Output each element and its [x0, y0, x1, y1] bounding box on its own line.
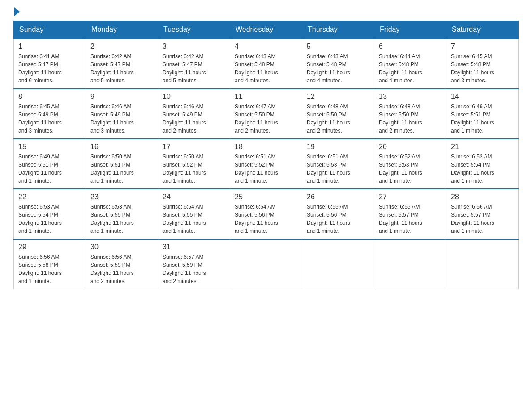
- calendar-week-row: 29Sunrise: 6:56 AMSunset: 5:58 PMDayligh…: [14, 239, 519, 289]
- day-number: 2: [90, 43, 153, 51]
- calendar-cell: 9Sunrise: 6:46 AMSunset: 5:49 PMDaylight…: [86, 89, 158, 139]
- col-header-thursday: Thursday: [302, 21, 374, 39]
- calendar-cell: 18Sunrise: 6:51 AMSunset: 5:52 PMDayligh…: [230, 139, 302, 189]
- day-info: Sunrise: 6:44 AMSunset: 5:48 PMDaylight:…: [379, 52, 442, 85]
- day-number: 14: [451, 93, 514, 101]
- day-number: 17: [163, 143, 225, 151]
- day-info: Sunrise: 6:51 AMSunset: 5:52 PMDaylight:…: [235, 153, 297, 185]
- calendar-cell: [374, 239, 446, 289]
- calendar-cell: 30Sunrise: 6:56 AMSunset: 5:59 PMDayligh…: [86, 239, 158, 289]
- day-number: 21: [451, 143, 514, 151]
- calendar-cell: 13Sunrise: 6:48 AMSunset: 5:50 PMDayligh…: [374, 89, 446, 139]
- calendar-cell: 5Sunrise: 6:43 AMSunset: 5:48 PMDaylight…: [302, 39, 374, 89]
- day-info: Sunrise: 6:49 AMSunset: 5:51 PMDaylight:…: [451, 103, 514, 135]
- calendar-cell: 1Sunrise: 6:41 AMSunset: 5:47 PMDaylight…: [14, 39, 86, 89]
- calendar-cell: [446, 239, 519, 289]
- logo: [13, 9, 20, 16]
- calendar-cell: 26Sunrise: 6:55 AMSunset: 5:56 PMDayligh…: [302, 189, 374, 239]
- day-info: Sunrise: 6:51 AMSunset: 5:53 PMDaylight:…: [307, 153, 369, 185]
- day-info: Sunrise: 6:53 AMSunset: 5:54 PMDaylight:…: [18, 203, 81, 235]
- day-number: 24: [163, 193, 225, 201]
- day-info: Sunrise: 6:48 AMSunset: 5:50 PMDaylight:…: [379, 103, 442, 135]
- page-header: [13, 9, 519, 16]
- day-info: Sunrise: 6:45 AMSunset: 5:49 PMDaylight:…: [18, 103, 81, 135]
- calendar-cell: 2Sunrise: 6:42 AMSunset: 5:47 PMDaylight…: [86, 39, 158, 89]
- day-number: 23: [90, 193, 153, 201]
- day-number: 3: [163, 43, 225, 51]
- calendar-cell: 31Sunrise: 6:57 AMSunset: 5:59 PMDayligh…: [158, 239, 230, 289]
- day-info: Sunrise: 6:46 AMSunset: 5:49 PMDaylight:…: [163, 103, 225, 135]
- calendar-cell: 17Sunrise: 6:50 AMSunset: 5:52 PMDayligh…: [158, 139, 230, 189]
- calendar-week-row: 22Sunrise: 6:53 AMSunset: 5:54 PMDayligh…: [14, 189, 519, 239]
- calendar-cell: [230, 239, 302, 289]
- calendar-cell: 20Sunrise: 6:52 AMSunset: 5:53 PMDayligh…: [374, 139, 446, 189]
- calendar-cell: 3Sunrise: 6:42 AMSunset: 5:47 PMDaylight…: [158, 39, 230, 89]
- day-info: Sunrise: 6:50 AMSunset: 5:51 PMDaylight:…: [90, 153, 153, 185]
- day-info: Sunrise: 6:48 AMSunset: 5:50 PMDaylight:…: [307, 103, 369, 135]
- col-header-saturday: Saturday: [446, 21, 519, 39]
- day-info: Sunrise: 6:55 AMSunset: 5:57 PMDaylight:…: [379, 203, 442, 235]
- calendar-cell: 8Sunrise: 6:45 AMSunset: 5:49 PMDaylight…: [14, 89, 86, 139]
- day-info: Sunrise: 6:56 AMSunset: 5:58 PMDaylight:…: [18, 253, 81, 285]
- day-info: Sunrise: 6:42 AMSunset: 5:47 PMDaylight:…: [163, 52, 225, 85]
- calendar-cell: [302, 239, 374, 289]
- day-number: 12: [307, 93, 369, 101]
- day-info: Sunrise: 6:43 AMSunset: 5:48 PMDaylight:…: [235, 52, 297, 85]
- day-number: 8: [18, 93, 81, 101]
- day-info: Sunrise: 6:53 AMSunset: 5:55 PMDaylight:…: [90, 203, 153, 235]
- calendar-cell: 15Sunrise: 6:49 AMSunset: 5:51 PMDayligh…: [14, 139, 86, 189]
- day-number: 7: [451, 43, 514, 51]
- calendar-cell: 21Sunrise: 6:53 AMSunset: 5:54 PMDayligh…: [446, 139, 519, 189]
- day-number: 22: [18, 193, 81, 201]
- day-info: Sunrise: 6:42 AMSunset: 5:47 PMDaylight:…: [90, 52, 153, 85]
- calendar-cell: 24Sunrise: 6:54 AMSunset: 5:55 PMDayligh…: [158, 189, 230, 239]
- day-info: Sunrise: 6:43 AMSunset: 5:48 PMDaylight:…: [307, 52, 369, 85]
- day-info: Sunrise: 6:56 AMSunset: 5:57 PMDaylight:…: [451, 203, 514, 235]
- calendar-week-row: 1Sunrise: 6:41 AMSunset: 5:47 PMDaylight…: [14, 39, 519, 89]
- day-number: 27: [379, 193, 442, 201]
- day-number: 30: [90, 243, 153, 251]
- day-number: 13: [379, 93, 442, 101]
- logo-blue-part: [13, 9, 20, 16]
- day-number: 19: [307, 143, 369, 151]
- calendar-week-row: 15Sunrise: 6:49 AMSunset: 5:51 PMDayligh…: [14, 139, 519, 189]
- col-header-wednesday: Wednesday: [230, 21, 302, 39]
- calendar-cell: 29Sunrise: 6:56 AMSunset: 5:58 PMDayligh…: [14, 239, 86, 289]
- day-info: Sunrise: 6:50 AMSunset: 5:52 PMDaylight:…: [163, 153, 225, 185]
- calendar-cell: 10Sunrise: 6:46 AMSunset: 5:49 PMDayligh…: [158, 89, 230, 139]
- calendar-cell: 28Sunrise: 6:56 AMSunset: 5:57 PMDayligh…: [446, 189, 519, 239]
- day-info: Sunrise: 6:46 AMSunset: 5:49 PMDaylight:…: [90, 103, 153, 135]
- day-info: Sunrise: 6:57 AMSunset: 5:59 PMDaylight:…: [163, 253, 225, 285]
- day-number: 9: [90, 93, 153, 101]
- day-info: Sunrise: 6:53 AMSunset: 5:54 PMDaylight:…: [451, 153, 514, 185]
- calendar-cell: 25Sunrise: 6:54 AMSunset: 5:56 PMDayligh…: [230, 189, 302, 239]
- day-number: 28: [451, 193, 514, 201]
- calendar-cell: 27Sunrise: 6:55 AMSunset: 5:57 PMDayligh…: [374, 189, 446, 239]
- calendar-cell: 4Sunrise: 6:43 AMSunset: 5:48 PMDaylight…: [230, 39, 302, 89]
- day-number: 26: [307, 193, 369, 201]
- calendar-header-row: SundayMondayTuesdayWednesdayThursdayFrid…: [14, 21, 519, 39]
- day-info: Sunrise: 6:49 AMSunset: 5:51 PMDaylight:…: [18, 153, 81, 185]
- day-number: 20: [379, 143, 442, 151]
- day-info: Sunrise: 6:55 AMSunset: 5:56 PMDaylight:…: [307, 203, 369, 235]
- day-number: 18: [235, 143, 297, 151]
- day-number: 15: [18, 143, 81, 151]
- day-number: 6: [379, 43, 442, 51]
- calendar-cell: 6Sunrise: 6:44 AMSunset: 5:48 PMDaylight…: [374, 39, 446, 89]
- day-number: 25: [235, 193, 297, 201]
- calendar-cell: 7Sunrise: 6:45 AMSunset: 5:48 PMDaylight…: [446, 39, 519, 89]
- calendar-cell: 11Sunrise: 6:47 AMSunset: 5:50 PMDayligh…: [230, 89, 302, 139]
- calendar-cell: 23Sunrise: 6:53 AMSunset: 5:55 PMDayligh…: [86, 189, 158, 239]
- day-number: 10: [163, 93, 225, 101]
- day-info: Sunrise: 6:52 AMSunset: 5:53 PMDaylight:…: [379, 153, 442, 185]
- col-header-friday: Friday: [374, 21, 446, 39]
- day-info: Sunrise: 6:54 AMSunset: 5:55 PMDaylight:…: [163, 203, 225, 235]
- logo-arrow-icon: [14, 7, 20, 16]
- day-number: 31: [163, 243, 225, 251]
- calendar-cell: 12Sunrise: 6:48 AMSunset: 5:50 PMDayligh…: [302, 89, 374, 139]
- calendar-table: SundayMondayTuesdayWednesdayThursdayFrid…: [13, 21, 519, 289]
- day-info: Sunrise: 6:47 AMSunset: 5:50 PMDaylight:…: [235, 103, 297, 135]
- calendar-cell: 14Sunrise: 6:49 AMSunset: 5:51 PMDayligh…: [446, 89, 519, 139]
- day-number: 4: [235, 43, 297, 51]
- calendar-cell: 22Sunrise: 6:53 AMSunset: 5:54 PMDayligh…: [14, 189, 86, 239]
